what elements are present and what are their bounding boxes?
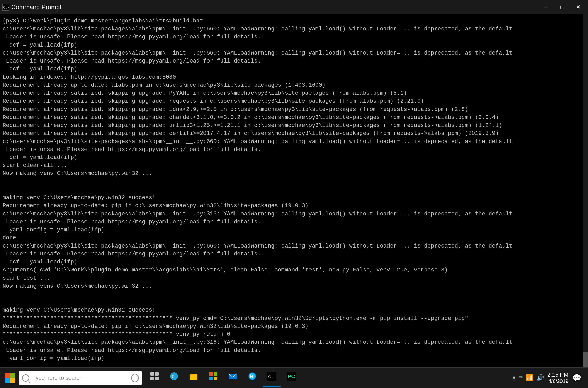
taskbar-item-mail[interactable]: [224, 369, 241, 387]
terminal-line: Requirement already up-to-date: pip in c…: [3, 202, 585, 210]
svg-rect-11: [214, 372, 217, 376]
start-button[interactable]: [2, 370, 18, 386]
pycharm-icon: PC: [287, 372, 296, 383]
terminal-line: Now making venv C:\Users\mcchae\py.win32…: [3, 170, 585, 178]
terminal-line: done.: [3, 234, 585, 242]
taskbar-item-task-view[interactable]: [146, 369, 163, 387]
system-clock[interactable]: 2:15 PM 4/6/2019: [547, 372, 568, 384]
terminal-line: ****************************************…: [3, 314, 585, 322]
microphone-icon[interactable]: [131, 374, 139, 382]
terminal-line: Loader is unsafe. Please read https://ms…: [3, 347, 585, 355]
tray-chevron[interactable]: ∧: [512, 374, 516, 382]
terminal-line: dcf = yaml.load(ifp): [3, 41, 585, 49]
taskbar-item-pycharm[interactable]: PC: [283, 369, 300, 387]
search-bar[interactable]: Type here to search: [19, 371, 142, 385]
file-explorer-icon: [189, 372, 198, 383]
terminal-line: dcf = yaml.load(ifp): [3, 258, 585, 266]
clock-date: 4/6/2019: [547, 378, 568, 384]
windows-logo: [5, 373, 15, 383]
terminal-line: Requirement already satisfied, skipping …: [3, 89, 585, 97]
terminal-line: Requirement already satisfied, skipping …: [3, 129, 585, 137]
scrollbar[interactable]: [583, 14, 588, 367]
terminal-line: Loader is unsafe. Please read https://ms…: [3, 57, 585, 65]
close-button[interactable]: ✕: [570, 0, 586, 14]
svg-text:e: e: [172, 373, 174, 379]
svg-rect-10: [209, 372, 213, 376]
terminal-window[interactable]: (py3) C:\work\plugin-demo-master\argosla…: [0, 14, 588, 367]
terminal-line: Requirement already satisfied, skipping …: [3, 113, 585, 121]
taskbar: Type here to search eieC:PC ∧ ⌨ 📶 🔊 2:15…: [0, 367, 588, 388]
terminal-line: yaml_config = yaml.load(ifp): [3, 355, 585, 363]
window-title: Command Prompt: [11, 4, 62, 11]
taskbar-item-ie[interactable]: ie: [244, 369, 261, 387]
terminal-line: yaml_config = yaml.load(ifp): [3, 226, 585, 234]
terminal-line: Requirement already satisfied, skipping …: [3, 121, 585, 129]
svg-text:C:: C:: [268, 374, 274, 380]
search-icon: [22, 374, 29, 382]
volume-icon[interactable]: 🔊: [537, 374, 544, 382]
terminal-line: [3, 186, 585, 194]
taskbar-item-cmd[interactable]: C:: [263, 369, 281, 387]
terminal-line: Looking in indexes: http://pypi.argos-la…: [3, 73, 585, 81]
titlebar: C:\ Command Prompt ─ □ ✕: [0, 0, 588, 14]
terminal-line: start clear-all ...: [3, 162, 585, 170]
svg-rect-13: [214, 377, 217, 380]
terminal-line: ****************************************…: [3, 330, 585, 338]
cmd-icon: C:: [267, 372, 276, 383]
scrollbar-thumb[interactable]: [583, 352, 588, 367]
ie-icon: ie: [248, 372, 257, 383]
terminal-line: Requirement already up-to-date: alabs.pp…: [3, 81, 585, 89]
terminal-line: Requirement already satisfied, skipping …: [3, 97, 585, 105]
terminal-content: (py3) C:\work\plugin-demo-master\argosla…: [0, 15, 588, 364]
terminal-line: c:\users\mcchae\py3\lib\site-packages\al…: [3, 338, 585, 346]
titlebar-left: C:\ Command Prompt: [2, 4, 62, 11]
svg-rect-9: [190, 374, 193, 375]
terminal-line: [3, 290, 585, 298]
terminal-line: Loader is unsafe. Please read https://ms…: [3, 218, 585, 226]
clock-time: 2:15 PM: [547, 372, 568, 378]
terminal-line: c:\users\mcchae\py3\lib\site-packages\al…: [3, 138, 585, 146]
terminal-line: Requirement already up-to-date: pip in c…: [3, 322, 585, 330]
terminal-line: dcf = yaml.load(ifp): [3, 65, 585, 73]
taskbar-item-store[interactable]: [204, 369, 222, 387]
terminal-line: [3, 298, 585, 306]
terminal-line: Loader is unsafe. Please read https://ms…: [3, 33, 585, 41]
terminal-line: c:\users\mcchae\py3\lib\site-packages\al…: [3, 210, 585, 218]
terminal-line: start test ...: [3, 274, 585, 282]
mail-icon: [228, 372, 237, 383]
cmd-icon: C:\: [2, 4, 9, 11]
terminal-line: c:\users\mcchae\py3\lib\site-packages\al…: [3, 49, 585, 57]
svg-rect-5: [155, 377, 159, 380]
terminal-line: c:\users\mcchae\py3\lib\site-packages\al…: [3, 25, 585, 33]
keyboard-icon[interactable]: ⌨: [519, 374, 523, 382]
taskbar-item-file-explorer[interactable]: [185, 369, 202, 387]
notification-button[interactable]: 💬: [572, 373, 582, 383]
svg-rect-12: [209, 377, 213, 380]
maximize-button[interactable]: □: [555, 0, 570, 14]
terminal-line: Now making venv C:\Users\mcchae\py.win32…: [3, 282, 585, 290]
window-controls: ─ □ ✕: [539, 0, 586, 14]
terminal-line: Requirement already satisfied, skipping …: [3, 105, 585, 113]
edge-icon: e: [169, 372, 179, 383]
svg-rect-4: [150, 377, 154, 380]
system-tray: ∧ ⌨ 📶 🔊 2:15 PM 4/6/2019 💬: [512, 372, 586, 384]
terminal-line: Arguments(_cwd='C:\\work\\plugin-demo-ma…: [3, 266, 585, 274]
terminal-line: making venv C:\Users\mcchae\py.win32 suc…: [3, 306, 585, 314]
taskbar-item-edge[interactable]: e: [165, 369, 183, 387]
svg-rect-3: [155, 372, 159, 376]
taskbar-items: eieC:PC: [146, 369, 511, 387]
svg-text:C:\: C:\: [3, 6, 9, 10]
terminal-line: (py3) C:\work\plugin-demo-master\argosla…: [3, 17, 585, 25]
terminal-line: Loader is unsafe. Please read https://ms…: [3, 146, 585, 154]
network-icon[interactable]: 📶: [526, 374, 533, 382]
minimize-button[interactable]: ─: [539, 0, 554, 14]
search-placeholder: Type here to search: [32, 375, 82, 381]
svg-rect-2: [150, 372, 154, 376]
store-icon: [209, 372, 218, 383]
terminal-line: making venv C:\Users\mcchae\py.win32 suc…: [3, 194, 585, 202]
terminal-line: dcf = yaml.load(ifp): [3, 154, 585, 162]
terminal-line: Loader is unsafe. Please read https://ms…: [3, 250, 585, 258]
svg-text:ie: ie: [250, 374, 253, 379]
svg-point-6: [170, 372, 178, 380]
task-view-icon: [150, 372, 159, 383]
